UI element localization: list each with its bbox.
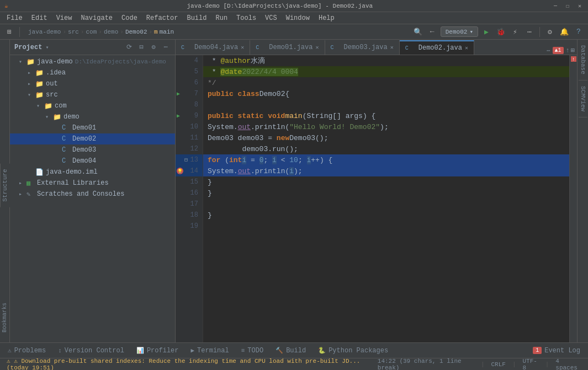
menu-file[interactable]: File (2, 13, 27, 23)
tab-demo02[interactable]: C Demo02.java ✕ (400, 40, 474, 55)
tree-root-label: java-demo (37, 58, 73, 66)
run-btn[interactable]: ▶ (480, 26, 492, 38)
tab-demo03[interactable]: C Demo03.java ✕ (325, 40, 400, 55)
fold-gutter-13[interactable]: ⊟ (184, 157, 188, 163)
tree-demo01[interactable]: C Demo01 (10, 122, 175, 133)
toolbar-separator (19, 27, 20, 37)
tab-bar-more[interactable]: ⋯ (547, 47, 550, 54)
breadcrumb-demo[interactable]: demo (104, 29, 118, 35)
run-config-selector[interactable]: Demo02 ▾ (441, 26, 478, 37)
status-bar: ⚠ ⚠ Download pre-built shared indexes: R… (0, 358, 588, 370)
breadcrumb-class[interactable]: Demo02 (125, 29, 147, 35)
todo-tab[interactable]: ≡ TODO (236, 344, 269, 357)
breadcrumb-main[interactable]: main (160, 29, 174, 35)
status-line-sep[interactable]: CRLF (489, 361, 508, 368)
code-editor[interactable]: * @author 水滴 * @date 2022/4/4 0004 */ pu… (203, 55, 569, 342)
menu-code[interactable]: Code (117, 13, 142, 23)
demo02-java-icon: C (62, 135, 71, 143)
demo01-java-icon: C (62, 124, 71, 132)
menu-run[interactable]: Run (211, 13, 232, 23)
tab-demo01-close[interactable]: ✕ (315, 44, 319, 51)
python-packages-tab[interactable]: 🐍 Python Packages (312, 344, 394, 357)
code-line-19 (203, 221, 569, 232)
notification-btn[interactable]: 🔔 (558, 26, 570, 38)
tree-idea[interactable]: ▸ 📁 .idea (10, 67, 175, 78)
event-log-tab[interactable]: 1 Event Log (527, 344, 586, 357)
run-gutter-9[interactable]: ▶ (177, 112, 180, 119)
tab-demo04[interactable]: C Demo04.java ✕ (176, 40, 250, 55)
minimize-button[interactable]: — (552, 2, 559, 10)
terminal-tab[interactable]: ▶ Terminal (185, 344, 234, 357)
breadcrumb-com[interactable]: com (86, 29, 97, 35)
code-line-4: * @author 水滴 (203, 55, 569, 66)
tree-demo02[interactable]: C Demo02 (10, 133, 175, 144)
menu-navigate[interactable]: Navigate (76, 13, 117, 23)
tree-root[interactable]: ▾ 📁 java-demo D:\IdeaProjects\java-demo (10, 56, 175, 67)
expand-btn[interactable]: ⊞ (571, 46, 575, 55)
tree-iml[interactable]: 📄 java-demo.iml (10, 167, 175, 178)
debug-btn[interactable]: 🐞 (495, 26, 507, 38)
tree-demo04[interactable]: C Demo04 (10, 155, 175, 167)
settings-btn[interactable]: ⚙ (544, 26, 556, 38)
tab-demo04-close[interactable]: ✕ (241, 44, 244, 51)
menu-tools[interactable]: Tools (232, 13, 261, 23)
tree-out-arrow: ▸ (28, 81, 35, 87)
status-position[interactable]: 14:22 (39 chars, 1 line break) (375, 358, 476, 371)
run-gutter-7[interactable]: ▶ (177, 90, 180, 97)
menu-edit[interactable]: Edit (27, 13, 52, 23)
menu-vcs[interactable]: VCS (261, 13, 282, 23)
scmview-tab[interactable]: SCMView (579, 81, 587, 117)
gutter-12: 12 (176, 143, 203, 154)
more-run-options-btn[interactable]: ⋯ (523, 26, 536, 38)
breakpoint-14[interactable]: 💡 (177, 168, 183, 174)
breadcrumb-project[interactable]: java-demo (28, 29, 61, 35)
sync-btn[interactable]: ⟳ (124, 42, 134, 52)
idea-folder-icon: 📁 (35, 69, 44, 77)
toolbar-project-btn[interactable]: ⊞ (3, 26, 15, 38)
database-tab[interactable]: Database (579, 40, 587, 81)
menu-build[interactable]: Build (182, 13, 211, 23)
status-encoding[interactable]: UTF-8 (521, 358, 541, 371)
tree-src[interactable]: ▾ 📁 src (10, 89, 175, 100)
maximize-button[interactable]: ☐ (564, 2, 571, 10)
structure-tab[interactable]: Structure (0, 163, 10, 207)
editor-area: C Demo04.java ✕ C Demo01.java ✕ C Demo03… (176, 40, 577, 342)
menu-refactor[interactable]: Refactor (142, 13, 183, 23)
tab-demo02-close[interactable]: ✕ (465, 45, 468, 51)
run-config-dropdown[interactable]: ▾ (469, 28, 473, 35)
search-everywhere-btn[interactable]: 🔍 (412, 26, 424, 38)
breadcrumb-method[interactable]: m (154, 29, 158, 35)
tree-demo03[interactable]: C Demo03 (10, 144, 175, 155)
collapse-all-btn[interactable]: ⊟ (136, 42, 146, 52)
menu-view[interactable]: View (52, 13, 77, 23)
tree-com-label: com (55, 102, 67, 110)
tree-ext-libs[interactable]: ▸ ▦ External Libraries (10, 178, 175, 189)
pin-btn[interactable]: ↑ (566, 47, 570, 55)
bookmarks-tab[interactable]: Bookmarks (1, 298, 9, 337)
tree-com[interactable]: ▾ 📁 com (10, 100, 175, 111)
problems-tab[interactable]: ⚠ Problems (2, 344, 51, 357)
run-with-coverage-btn[interactable]: ⚡ (509, 26, 521, 38)
nav-back-btn[interactable]: ← (426, 26, 438, 38)
close-button[interactable]: ✕ (576, 2, 584, 10)
main-content: Bookmarks Project ▾ ⟳ ⊟ ⚙ ⋯ ▾ 📁 java-dem… (0, 40, 588, 342)
tree-demo[interactable]: ▾ 📁 demo (10, 111, 175, 122)
status-warning-text: ⚠ Download pre-built shared indexes: Red… (7, 358, 360, 370)
status-warning[interactable]: ⚠ ⚠ Download pre-built shared indexes: R… (4, 357, 367, 370)
menu-window[interactable]: Window (282, 13, 314, 23)
menu-help[interactable]: Help (314, 13, 339, 23)
profiler-tab[interactable]: 📊 Profiler (131, 344, 184, 357)
help-btn[interactable]: ? (573, 26, 585, 38)
tab-demo01[interactable]: C Demo01.java ✕ (250, 40, 325, 55)
panel-more-btn[interactable]: ⋯ (161, 42, 171, 52)
tab-demo03-close[interactable]: ✕ (390, 44, 394, 51)
version-control-tab[interactable]: ↕ Version Control (52, 344, 130, 357)
panel-dropdown-arrow[interactable]: ▾ (45, 44, 49, 51)
status-indent[interactable]: 4 spaces (553, 358, 584, 371)
panel-settings-btn[interactable]: ⚙ (149, 42, 158, 52)
build-tab[interactable]: 🔨 Build (270, 344, 311, 357)
tree-scratches[interactable]: ▸ ✎ Scratches and Consoles (10, 189, 175, 200)
tree-out[interactable]: ▸ 📁 out (10, 78, 175, 89)
tab-demo03-label: Demo03.java (344, 44, 388, 51)
breadcrumb-src[interactable]: src (68, 29, 79, 35)
